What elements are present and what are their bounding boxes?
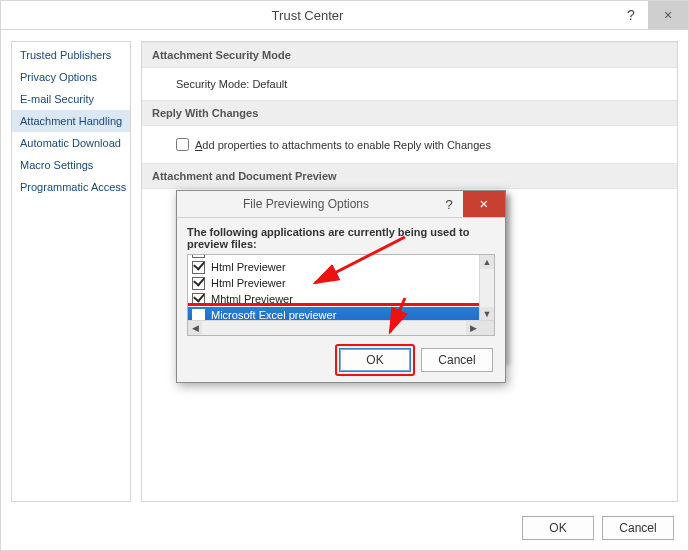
scroll-left-icon[interactable]: ◀ [188, 321, 202, 335]
list-item-label: Html Previewer [211, 261, 286, 273]
section-body-security-mode: Security Mode: Default [142, 68, 677, 100]
section-header-attachment-preview: Attachment and Document Preview [142, 163, 677, 189]
dialog-cancel-button[interactable]: Cancel [421, 348, 493, 372]
annotation-highlight-ok: OK [339, 348, 411, 372]
dialog-close-icon[interactable]: × [463, 191, 505, 217]
sidebar-item-automatic-download[interactable]: Automatic Download [12, 132, 130, 154]
reply-changes-checkbox[interactable] [176, 138, 189, 151]
dialog-footer: OK Cancel [177, 340, 505, 382]
scroll-right-icon[interactable]: ▶ [466, 321, 480, 335]
checkbox-icon[interactable] [192, 261, 205, 274]
titlebar: Trust Center ? × [1, 1, 688, 30]
section-header-reply-changes: Reply With Changes [142, 100, 677, 126]
list-item[interactable]: Mhtml Previewer [188, 291, 480, 307]
sidebar-item-privacy-options[interactable]: Privacy Options [12, 66, 130, 88]
file-previewing-dialog: File Previewing Options ? × The followin… [176, 190, 506, 383]
scroll-corner [480, 321, 494, 335]
reply-changes-label: Add properties to attachments to enable … [195, 139, 491, 151]
sidebar-item-email-security[interactable]: E-mail Security [12, 88, 130, 110]
checkbox-icon[interactable] [192, 254, 205, 258]
dialog-help-icon[interactable]: ? [435, 197, 463, 212]
checkbox-icon[interactable] [192, 277, 205, 290]
dialog-ok-button[interactable]: OK [339, 348, 411, 372]
dialog-title: File Previewing Options [177, 197, 435, 211]
sidebar-item-macro-settings[interactable]: Macro Settings [12, 154, 130, 176]
checkbox-icon[interactable] [192, 293, 205, 306]
window-title: Trust Center [1, 8, 614, 23]
sidebar: Trusted Publishers Privacy Options E-mai… [11, 41, 131, 502]
previewer-listbox[interactable]: Html Previewer Html Previewer Mhtml Prev… [187, 254, 495, 336]
list-item-label: Html Previewer [211, 277, 286, 289]
reply-changes-checkbox-row[interactable]: Add properties to attachments to enable … [176, 136, 643, 153]
tc-cancel-button[interactable]: Cancel [602, 516, 674, 540]
list-item-label [211, 254, 214, 257]
dialog-titlebar: File Previewing Options ? × [177, 191, 505, 218]
trust-center-footer: OK Cancel [522, 516, 674, 540]
vertical-scrollbar[interactable]: ▲ ▼ [479, 255, 494, 321]
security-mode-text: Security Mode: Default [176, 78, 287, 90]
scroll-down-icon[interactable]: ▼ [480, 307, 494, 321]
section-header-security-mode: Attachment Security Mode [142, 42, 677, 68]
sidebar-item-trusted-publishers[interactable]: Trusted Publishers [12, 44, 130, 66]
dialog-body: The following applications are currently… [177, 218, 505, 340]
list-item[interactable]: Html Previewer [188, 259, 480, 275]
horizontal-scrollbar[interactable]: ◀ ▶ [188, 320, 494, 335]
list-item-label: Mhtml Previewer [211, 293, 293, 305]
dialog-instruction: The following applications are currently… [187, 226, 495, 250]
list-item[interactable]: Html Previewer [188, 275, 480, 291]
previewer-listbox-wrap: Html Previewer Html Previewer Mhtml Prev… [187, 254, 495, 336]
tc-ok-button[interactable]: OK [522, 516, 594, 540]
section-body-reply-changes: Add properties to attachments to enable … [142, 126, 677, 163]
scroll-up-icon[interactable]: ▲ [480, 255, 494, 269]
sidebar-item-attachment-handling[interactable]: Attachment Handling [12, 110, 130, 132]
help-icon[interactable]: ? [614, 7, 648, 23]
close-icon[interactable]: × [648, 1, 688, 29]
sidebar-item-programmatic-access[interactable]: Programmatic Access [12, 176, 130, 198]
